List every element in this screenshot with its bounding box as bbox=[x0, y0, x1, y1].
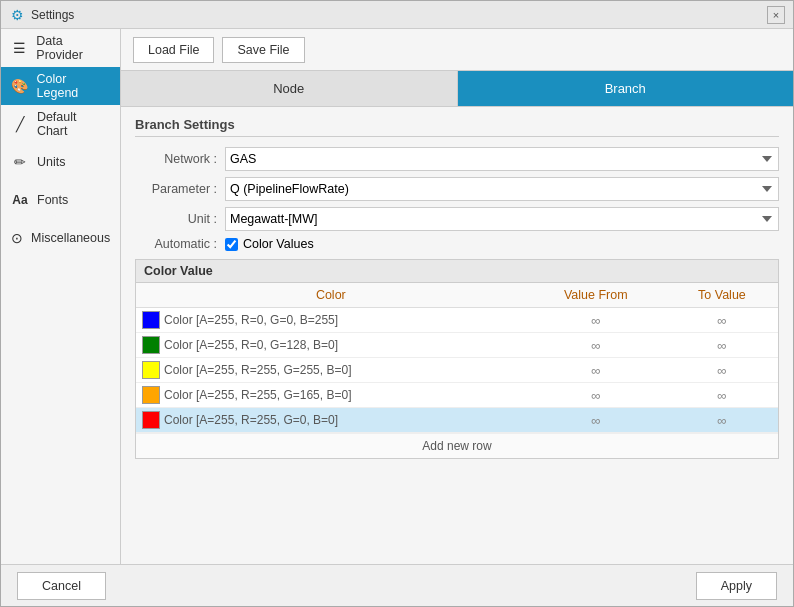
settings-icon: ⚙ bbox=[9, 7, 25, 23]
cancel-button[interactable]: Cancel bbox=[17, 572, 106, 600]
fonts-icon: Aa bbox=[11, 193, 29, 207]
data-provider-icon: ☰ bbox=[11, 40, 28, 56]
unit-label: Unit : bbox=[135, 212, 225, 226]
window-title: Settings bbox=[31, 8, 74, 22]
table-row[interactable]: Color [A=255, R=255, G=0, B=0] ∞ ∞ bbox=[136, 408, 778, 433]
sidebar-item-label-units: Units bbox=[37, 155, 65, 169]
tab-bar: Node Branch bbox=[121, 71, 793, 107]
unit-select[interactable]: Megawatt-[MW] kW MW bbox=[225, 207, 779, 231]
panel: Branch Settings Network : GAS ELECTRIC W… bbox=[121, 107, 793, 564]
color-label-4: Color [A=255, R=255, G=0, B=0] bbox=[164, 413, 338, 427]
color-cell-1: Color [A=255, R=0, G=128, B=0] bbox=[136, 333, 526, 358]
color-legend-icon: 🎨 bbox=[11, 78, 29, 94]
table-row[interactable]: Color [A=255, R=255, G=255, B=0] ∞ ∞ bbox=[136, 358, 778, 383]
network-select[interactable]: GAS ELECTRIC WATER bbox=[225, 147, 779, 171]
sidebar-item-data-provider[interactable]: ☰ Data Provider bbox=[1, 29, 120, 67]
sidebar-item-label-miscellaneous: Miscellaneous bbox=[31, 231, 110, 245]
sidebar-item-units[interactable]: ✏ Units bbox=[1, 143, 120, 181]
sidebar-item-default-chart[interactable]: ╱ Default Chart bbox=[1, 105, 120, 143]
settings-window: ⚙ Settings × ☰ Data Provider 🎨 Color Leg… bbox=[0, 0, 794, 607]
table-row[interactable]: Color [A=255, R=255, G=165, B=0] ∞ ∞ bbox=[136, 383, 778, 408]
content-area: Load File Save File Node Branch Branch S… bbox=[121, 29, 793, 564]
branch-settings-title: Branch Settings bbox=[135, 117, 779, 137]
miscellaneous-icon: ⊙ bbox=[11, 230, 23, 246]
color-label-3: Color [A=255, R=255, G=165, B=0] bbox=[164, 388, 351, 402]
color-swatch-2 bbox=[142, 361, 160, 379]
titlebar-left: ⚙ Settings bbox=[9, 7, 74, 23]
close-button[interactable]: × bbox=[767, 6, 785, 24]
color-label-0: Color [A=255, R=0, G=0, B=255] bbox=[164, 313, 338, 327]
sidebar-item-miscellaneous[interactable]: ⊙ Miscellaneous bbox=[1, 219, 120, 257]
table-row[interactable]: Color [A=255, R=0, G=0, B=255] ∞ ∞ bbox=[136, 308, 778, 333]
col-header-value-from: Value From bbox=[526, 283, 666, 308]
color-cell-0: Color [A=255, R=0, G=0, B=255] bbox=[136, 308, 526, 333]
toolbar: Load File Save File bbox=[121, 29, 793, 71]
automatic-checkbox[interactable] bbox=[225, 238, 238, 251]
tab-branch[interactable]: Branch bbox=[458, 71, 794, 106]
value-from-4: ∞ bbox=[526, 408, 666, 433]
value-from-0: ∞ bbox=[526, 308, 666, 333]
color-value-title: Color Value bbox=[136, 260, 778, 283]
color-label-2: Color [A=255, R=255, G=255, B=0] bbox=[164, 363, 351, 377]
color-swatch-3 bbox=[142, 386, 160, 404]
parameter-select[interactable]: Q (PipelineFlowRate) P (Pressure) V (Vel… bbox=[225, 177, 779, 201]
color-swatch-4 bbox=[142, 411, 160, 429]
automatic-label: Automatic : bbox=[135, 237, 225, 251]
parameter-label: Parameter : bbox=[135, 182, 225, 196]
value-from-2: ∞ bbox=[526, 358, 666, 383]
to-value-2: ∞ bbox=[666, 358, 778, 383]
load-file-button[interactable]: Load File bbox=[133, 37, 214, 63]
to-value-4: ∞ bbox=[666, 408, 778, 433]
automatic-checkbox-area: Color Values bbox=[225, 237, 314, 251]
color-value-table: Color Value From To Value Color [A=255, … bbox=[136, 283, 778, 433]
value-from-3: ∞ bbox=[526, 383, 666, 408]
network-row: Network : GAS ELECTRIC WATER bbox=[135, 147, 779, 171]
col-header-to-value: To Value bbox=[666, 283, 778, 308]
sidebar-item-label-default-chart: Default Chart bbox=[37, 110, 110, 138]
main-area: ☰ Data Provider 🎨 Color Legend ╱ Default… bbox=[1, 29, 793, 564]
color-label-1: Color [A=255, R=0, G=128, B=0] bbox=[164, 338, 338, 352]
footer: Cancel Apply bbox=[1, 564, 793, 606]
color-value-section: Color Value Color Value From To Value bbox=[135, 259, 779, 459]
tab-branch-label: Branch bbox=[605, 81, 646, 96]
default-chart-icon: ╱ bbox=[11, 116, 29, 132]
parameter-row: Parameter : Q (PipelineFlowRate) P (Pres… bbox=[135, 177, 779, 201]
apply-button[interactable]: Apply bbox=[696, 572, 777, 600]
sidebar-item-label-fonts: Fonts bbox=[37, 193, 68, 207]
col-header-color: Color bbox=[136, 283, 526, 308]
save-file-button[interactable]: Save File bbox=[222, 37, 304, 63]
table-row[interactable]: Color [A=255, R=0, G=128, B=0] ∞ ∞ bbox=[136, 333, 778, 358]
sidebar-item-label-data-provider: Data Provider bbox=[36, 34, 110, 62]
sidebar-item-label-color-legend: Color Legend bbox=[37, 72, 110, 100]
value-from-1: ∞ bbox=[526, 333, 666, 358]
automatic-row: Automatic : Color Values bbox=[135, 237, 779, 251]
units-icon: ✏ bbox=[11, 154, 29, 170]
unit-row: Unit : Megawatt-[MW] kW MW bbox=[135, 207, 779, 231]
color-swatch-1 bbox=[142, 336, 160, 354]
sidebar: ☰ Data Provider 🎨 Color Legend ╱ Default… bbox=[1, 29, 121, 564]
sidebar-item-fonts[interactable]: Aa Fonts bbox=[1, 181, 120, 219]
add-new-row[interactable]: Add new row bbox=[136, 433, 778, 458]
sidebar-item-color-legend[interactable]: 🎨 Color Legend bbox=[1, 67, 120, 105]
color-swatch-0 bbox=[142, 311, 160, 329]
color-cell-2: Color [A=255, R=255, G=255, B=0] bbox=[136, 358, 526, 383]
color-cell-3: Color [A=255, R=255, G=165, B=0] bbox=[136, 383, 526, 408]
to-value-1: ∞ bbox=[666, 333, 778, 358]
to-value-3: ∞ bbox=[666, 383, 778, 408]
color-cell-4: Color [A=255, R=255, G=0, B=0] bbox=[136, 408, 526, 433]
network-label: Network : bbox=[135, 152, 225, 166]
to-value-0: ∞ bbox=[666, 308, 778, 333]
automatic-text: Color Values bbox=[243, 237, 314, 251]
titlebar: ⚙ Settings × bbox=[1, 1, 793, 29]
tab-node[interactable]: Node bbox=[121, 71, 458, 106]
tab-node-label: Node bbox=[273, 81, 304, 96]
